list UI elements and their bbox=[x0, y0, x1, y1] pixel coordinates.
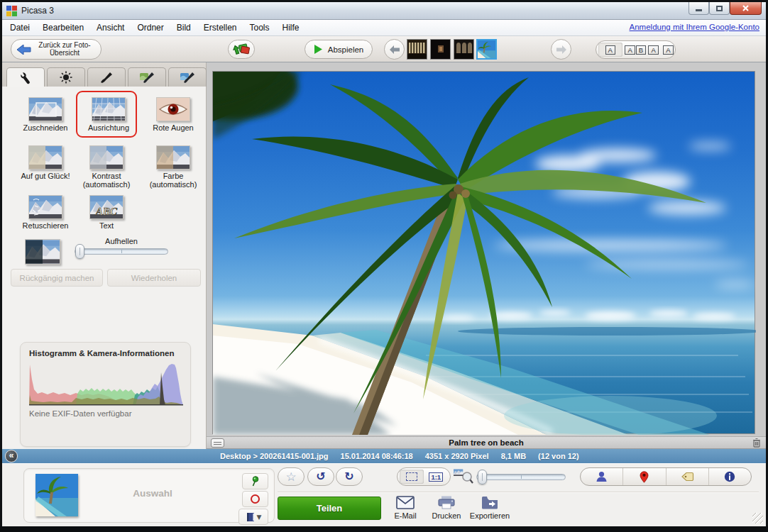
photo-caption[interactable]: Palm tree on beach bbox=[207, 438, 766, 447]
zoom-slider-thumb[interactable] bbox=[478, 470, 487, 484]
brush-green-icon bbox=[139, 71, 155, 84]
histogram-card: Histogramm & Kamera-Informationen Keine … bbox=[20, 342, 191, 447]
picasa-logo-icon bbox=[6, 6, 17, 16]
photo-palm-tree-on-beach[interactable] bbox=[212, 71, 755, 434]
menu-erstellen[interactable]: Erstellen bbox=[204, 23, 237, 33]
map-pin-icon bbox=[640, 471, 649, 483]
tab-effects-blue[interactable] bbox=[168, 67, 207, 87]
tool-rote-augen[interactable]: Rote Augen bbox=[143, 97, 204, 132]
photo-rendering bbox=[213, 72, 756, 435]
tab-effects-green[interactable] bbox=[128, 67, 166, 87]
fit-to-window-button[interactable] bbox=[400, 470, 424, 484]
green-pin-icon bbox=[251, 476, 260, 487]
back-to-library-button[interactable]: Zurück zur Foto-Übersicht bbox=[11, 39, 102, 60]
tags-panel-button[interactable] bbox=[666, 468, 709, 485]
status-bar: « Desktop > 200261415-001.jpg 15.01.2014… bbox=[2, 449, 766, 463]
menu-tools[interactable]: Tools bbox=[249, 23, 269, 33]
places-panel-button[interactable] bbox=[623, 468, 666, 485]
selected-photo-thumbnail[interactable] bbox=[35, 474, 78, 516]
actual-size-button[interactable]: 1:1 bbox=[424, 470, 449, 484]
tool-label: Zuschneiden bbox=[12, 123, 79, 132]
view-dual-button[interactable]: A A bbox=[649, 43, 673, 57]
tool-label: Auf gut Glück! bbox=[12, 172, 79, 180]
menu-datei[interactable]: Datei bbox=[10, 23, 30, 33]
email-envelope-icon bbox=[396, 496, 415, 509]
rotate-right-button[interactable]: ↻ bbox=[336, 467, 363, 486]
zoom-preview-button[interactable] bbox=[454, 469, 473, 487]
menu-hilfe[interactable]: Hilfe bbox=[282, 23, 300, 33]
clear-selection-button[interactable] bbox=[242, 491, 268, 507]
menu-ansicht[interactable]: Ansicht bbox=[97, 23, 124, 33]
add-to-album-button[interactable]: ▼ bbox=[238, 509, 268, 525]
email-label: E-Mail bbox=[394, 511, 416, 520]
next-photo-button[interactable] bbox=[551, 39, 571, 60]
view-single-label: A bbox=[605, 45, 615, 55]
people-panel-button[interactable] bbox=[581, 468, 623, 485]
export-label: Exportieren bbox=[470, 511, 510, 520]
collage-button[interactable] bbox=[228, 40, 255, 59]
share-button[interactable]: Teilen bbox=[278, 497, 381, 520]
filmstrip-thumbnail-2[interactable] bbox=[430, 39, 451, 60]
filmstrip-thumbnail-3[interactable] bbox=[454, 39, 474, 60]
google-account-link[interactable]: Anmeldung mit Ihrem Google-Konto bbox=[630, 23, 759, 31]
close-button[interactable] bbox=[730, 2, 762, 15]
back-arrow-icon bbox=[17, 45, 31, 55]
tool-label: Text bbox=[76, 221, 137, 230]
window-bottom-border bbox=[0, 526, 768, 532]
maximize-button[interactable] bbox=[709, 2, 730, 15]
main-toolbar: Zurück zur Foto-Übersicht Abspielen bbox=[2, 36, 766, 62]
brush-blue-icon bbox=[180, 71, 195, 84]
view-compare-a: A bbox=[625, 45, 635, 55]
zoom-slider-tick bbox=[521, 475, 522, 479]
redo-button[interactable]: Wiederholen bbox=[107, 269, 201, 287]
tool-auf-gut-glueck[interactable]: Auf gut Glück! bbox=[12, 145, 79, 180]
fill-light-slider[interactable] bbox=[75, 248, 168, 255]
resize-grip[interactable] bbox=[752, 513, 763, 523]
hold-selection-button[interactable] bbox=[242, 473, 268, 489]
arrow-right-icon bbox=[556, 45, 566, 54]
star-button[interactable]: ☆ bbox=[278, 467, 305, 486]
play-slideshow-button[interactable]: Abspielen bbox=[305, 40, 373, 59]
selection-tray: Auswahl ▼ bbox=[23, 468, 275, 523]
undo-button[interactable]: Rückgängig machen bbox=[11, 269, 103, 287]
tab-basic-fixes[interactable] bbox=[6, 67, 45, 87]
previous-photo-button[interactable] bbox=[384, 39, 405, 60]
rotate-cw-icon: ↻ bbox=[344, 471, 353, 482]
thumbnail-image bbox=[35, 474, 78, 516]
menu-bild[interactable]: Bild bbox=[177, 23, 191, 33]
print-button[interactable]: Drucken bbox=[425, 496, 468, 520]
view-single-button[interactable]: A bbox=[598, 43, 622, 57]
tool-text[interactable]: ABC Text bbox=[76, 195, 137, 230]
tool-farbe-auto[interactable]: Farbe (automatisch) bbox=[141, 145, 205, 189]
print-label: Drucken bbox=[432, 511, 461, 520]
fill-light-slider-thumb[interactable] bbox=[75, 244, 84, 259]
edit-tab-strip bbox=[2, 62, 206, 87]
menu-ordner[interactable]: Ordner bbox=[137, 23, 163, 33]
view-compare-button[interactable]: AB bbox=[624, 43, 648, 57]
tab-effects-1[interactable] bbox=[87, 67, 126, 87]
trash-icon[interactable] bbox=[752, 438, 761, 448]
clear-circle-icon bbox=[251, 494, 260, 504]
straighten-tool-icon bbox=[92, 97, 126, 121]
export-button[interactable]: Exportieren bbox=[463, 496, 516, 520]
tool-retuschieren[interactable]: Retuschieren bbox=[12, 195, 79, 230]
email-button[interactable]: E-Mail bbox=[384, 496, 427, 520]
tool-kontrast-auto[interactable]: Kontrast (automatisch) bbox=[76, 145, 137, 189]
view-dual-a1: A bbox=[648, 45, 658, 55]
properties-panel-button[interactable] bbox=[709, 468, 751, 485]
filmstrip-thumbnail-4-selected[interactable] bbox=[476, 39, 497, 60]
tab-tuning[interactable] bbox=[47, 67, 85, 87]
album-book-icon bbox=[246, 512, 256, 522]
minimize-button[interactable] bbox=[689, 2, 709, 15]
rotate-left-button[interactable]: ↺ bbox=[307, 467, 334, 486]
tool-ausrichtung[interactable]: Ausrichtung bbox=[82, 97, 135, 132]
tool-zuschneiden[interactable]: Zuschneiden bbox=[12, 97, 79, 132]
menu-bearbeiten[interactable]: Bearbeiten bbox=[43, 23, 84, 33]
collapse-panel-button[interactable]: « bbox=[5, 450, 18, 462]
title-bar[interactable]: Picasa 3 bbox=[2, 2, 766, 20]
arrow-left-icon bbox=[390, 45, 400, 54]
filmstrip-thumbnail-1[interactable] bbox=[407, 39, 427, 60]
zoom-slider[interactable] bbox=[476, 474, 566, 480]
selection-placeholder: Auswahl bbox=[88, 488, 217, 499]
info-icon bbox=[724, 471, 735, 482]
